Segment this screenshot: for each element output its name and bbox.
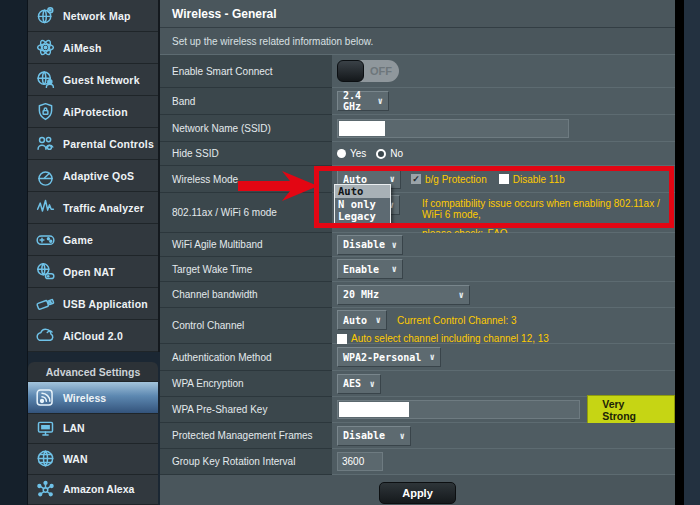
auto-select-channel-label: Auto select channel including channel 12… xyxy=(351,333,549,344)
row-pmf: Protected Management Frames Disable ∨ xyxy=(160,423,675,449)
sidebar-item-network-map[interactable]: Network Map xyxy=(28,0,158,32)
bg-protection-checkbox[interactable]: ✓ xyxy=(411,174,421,184)
ssid-input[interactable] xyxy=(337,119,569,138)
sidebar-item-aiprotection[interactable]: AiProtection xyxy=(28,96,158,128)
agile-multiband-select[interactable]: Disable ∨ xyxy=(337,235,403,255)
traffic-analyzer-icon xyxy=(35,197,56,218)
hide-ssid-yes-radio[interactable]: Yes xyxy=(337,148,366,159)
target-wake-time-value: Enable xyxy=(343,264,379,275)
sidebar-item-label: Open NAT xyxy=(63,266,115,278)
sidebar-item-label: AiMesh xyxy=(63,42,102,54)
sidebar-menu: Network Map AiMesh Guest Network AiProte… xyxy=(28,0,160,352)
row-agile-multiband: WiFi Agile Multiband Disable ∨ xyxy=(160,233,675,257)
parental-controls-icon xyxy=(35,133,56,154)
row-band: Band 2.4 GHz ∨ xyxy=(160,88,675,115)
row-hide-ssid: Hide SSID Yes No xyxy=(160,142,675,166)
sidebar-item-label: Adaptive QoS xyxy=(63,170,134,182)
control-channel-value: Auto xyxy=(343,315,367,326)
password-strength-badge: Very Strong xyxy=(587,395,675,425)
main-content: Wireless - General Set up the wireless r… xyxy=(160,0,675,505)
field-label: Band xyxy=(160,88,332,115)
field-label: WPA Encryption xyxy=(160,371,332,397)
target-wake-time-select[interactable]: Enable ∨ xyxy=(337,259,403,279)
guest-network-icon xyxy=(35,69,56,90)
row-ssid: Network Name (SSID) xyxy=(160,115,675,142)
sidebar-item-wan[interactable]: WAN xyxy=(28,444,158,474)
field-label: 802.11ax / WiFi 6 mode xyxy=(160,193,332,233)
row-wireless-mode: Wireless Mode Auto ∨ ✓ b/g Protection Di… xyxy=(160,166,675,193)
hide-ssid-no-radio[interactable]: No xyxy=(376,148,403,159)
row-wpa-psk: WPA Pre-Shared Key Very Strong xyxy=(160,397,675,423)
wireless-mode-dropdown-list: Auto N only Legacy xyxy=(334,184,391,224)
field-label: Network Name (SSID) xyxy=(160,115,332,142)
sidebar-item-label: AiProtection xyxy=(63,106,128,118)
footer: Apply xyxy=(160,475,675,505)
row-smart-connect: Enable Smart Connect OFF xyxy=(160,55,675,88)
right-black-strip xyxy=(675,0,684,505)
disable-11b-label: Disable 11b xyxy=(513,174,565,185)
radio-label: Yes xyxy=(350,148,366,159)
sidebar-item-lan[interactable]: LAN xyxy=(28,414,158,444)
field-label: Hide SSID xyxy=(160,142,332,166)
psk-redacted-value xyxy=(339,402,409,417)
sidebar-item-label: Amazon Alexa xyxy=(63,483,134,495)
auto-select-channel-checkbox[interactable] xyxy=(337,334,347,344)
apply-button[interactable]: Apply xyxy=(379,482,456,504)
page-title-bar: Wireless - General xyxy=(160,0,675,28)
sidebar-item-aicloud[interactable]: AiCloud 2.0 xyxy=(28,320,158,352)
wan-icon xyxy=(35,448,56,469)
sidebar-item-wireless[interactable]: Wireless xyxy=(28,382,158,413)
disable-11b-checkbox[interactable] xyxy=(499,174,509,184)
row-wpa-encryption: WPA Encryption AES ∨ xyxy=(160,371,675,397)
sidebar-item-label: AiCloud 2.0 xyxy=(63,330,123,342)
field-label: Authentication Method xyxy=(160,344,332,371)
channel-bandwidth-value: 20 MHz xyxy=(343,289,379,300)
sidebar-item-amazon-alexa[interactable]: Amazon Alexa xyxy=(28,475,158,505)
sidebar-item-usb-application[interactable]: USB Application xyxy=(28,288,158,320)
sidebar-item-label: Game xyxy=(63,234,93,246)
ssid-redacted-value xyxy=(339,121,385,136)
sidebar-item-aimesh[interactable]: AiMesh xyxy=(28,32,158,64)
sidebar-item-traffic-analyzer[interactable]: Traffic Analyzer xyxy=(28,192,158,224)
group-key-input[interactable]: 3600 xyxy=(337,452,383,471)
auth-method-select[interactable]: WPA2-Personal ∨ xyxy=(337,347,441,367)
page-title: Wireless - General xyxy=(172,7,277,21)
wpa-psk-input[interactable] xyxy=(337,400,580,419)
control-channel-select[interactable]: Auto ∨ xyxy=(337,310,387,330)
field-label: WPA Pre-Shared Key xyxy=(160,397,332,423)
lan-icon xyxy=(35,418,56,439)
chevron-down-icon: ∨ xyxy=(390,174,395,184)
router-admin-page: Network Map AiMesh Guest Network AiProte… xyxy=(0,0,700,505)
adaptive-qos-icon xyxy=(35,165,56,186)
radio-dot-icon xyxy=(337,149,346,158)
sidebar-item-game[interactable]: Game xyxy=(28,224,158,256)
pmf-select[interactable]: Disable ∨ xyxy=(337,426,411,446)
aicloud-icon xyxy=(35,325,56,346)
right-edge-strip xyxy=(684,0,700,505)
bg-protection-label: b/g Protection xyxy=(425,174,487,185)
channel-bandwidth-select[interactable]: 20 MHz ∨ xyxy=(337,285,470,305)
sidebar-gap xyxy=(28,352,160,362)
chevron-down-icon: ∨ xyxy=(370,379,375,389)
band-select[interactable]: 2.4 GHz ∨ xyxy=(337,91,389,111)
dropdown-option-auto[interactable]: Auto xyxy=(335,185,390,198)
wpa-encryption-select[interactable]: AES ∨ xyxy=(337,374,381,394)
sidebar-item-label: Parental Controls xyxy=(63,138,154,150)
sidebar-item-parental-controls[interactable]: Parental Controls xyxy=(28,128,158,160)
open-nat-icon xyxy=(35,261,56,282)
sidebar-item-open-nat[interactable]: Open NAT xyxy=(28,256,158,288)
sidebar-item-label: USB Application xyxy=(63,298,148,310)
sidebar-item-adaptive-qos[interactable]: Adaptive QoS xyxy=(28,160,158,192)
row-control-channel: Control Channel Auto ∨ Current Control C… xyxy=(160,308,675,344)
row-group-key: Group Key Rotation Interval 3600 xyxy=(160,449,675,475)
smart-connect-toggle[interactable]: OFF xyxy=(337,60,399,82)
dropdown-option-legacy[interactable]: Legacy xyxy=(335,210,390,223)
wifi6-note-line1: If compatibility issue occurs when enabl… xyxy=(422,198,675,220)
field-label: Protected Management Frames xyxy=(160,423,332,449)
chevron-down-icon: ∨ xyxy=(392,240,397,250)
pmf-value: Disable xyxy=(343,430,385,441)
dropdown-option-n-only[interactable]: N only xyxy=(335,198,390,211)
sidebar-item-label: Guest Network xyxy=(63,74,140,86)
chevron-down-icon: ∨ xyxy=(376,315,381,325)
sidebar-item-guest-network[interactable]: Guest Network xyxy=(28,64,158,96)
